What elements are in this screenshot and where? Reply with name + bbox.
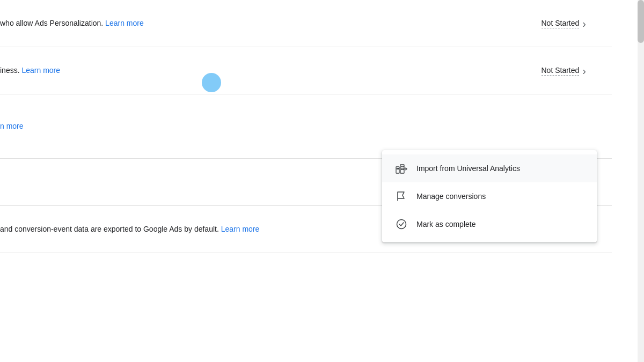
- row-1-status-label: Not Started: [541, 19, 580, 28]
- row-2-text: iness.: [0, 66, 21, 75]
- svg-rect-2: [398, 168, 399, 169]
- menu-item-manage-conversions-label: Manage conversions: [416, 192, 486, 201]
- row-1-status-area[interactable]: Not Started ›: [504, 15, 590, 32]
- svg-rect-5: [402, 166, 404, 167]
- row-1: who allow Ads Personalization. Learn mor…: [0, 0, 612, 47]
- row-2-link[interactable]: Learn more: [21, 66, 60, 75]
- row-5-link[interactable]: Learn more: [221, 225, 260, 233]
- dropdown-menu: Import from Universal Analytics Manage c…: [382, 150, 597, 242]
- svg-rect-6: [401, 168, 402, 170]
- menu-item-import-ua[interactable]: Import from Universal Analytics: [382, 154, 597, 182]
- menu-item-import-ua-label: Import from Universal Analytics: [416, 164, 520, 173]
- row-1-link[interactable]: Learn more: [105, 19, 144, 27]
- row-1-content: who allow Ads Personalization. Learn mor…: [0, 17, 504, 29]
- svg-rect-0: [396, 167, 399, 173]
- scrollbar[interactable]: [638, 0, 644, 362]
- menu-item-mark-complete[interactable]: Mark as complete: [382, 210, 597, 238]
- row-5-text: and conversion-event data are exported t…: [0, 225, 221, 233]
- row-2: iness. Learn more Not Started ›: [0, 47, 612, 94]
- row-1-text: who allow Ads Personalization.: [0, 19, 105, 27]
- row-2-status-area[interactable]: Not Started ›: [504, 62, 590, 79]
- flag-icon: [395, 190, 408, 203]
- svg-point-8: [397, 220, 406, 229]
- svg-rect-1: [397, 168, 398, 169]
- row-3-content: n more: [0, 120, 590, 132]
- scrollbar-thumb[interactable]: [638, 0, 644, 43]
- page-container: who allow Ads Personalization. Learn mor…: [0, 0, 644, 362]
- row-1-chevron-icon: ›: [582, 18, 586, 29]
- row-3-link[interactable]: n more: [0, 122, 24, 130]
- row-2-status-label: Not Started: [541, 66, 580, 76]
- svg-rect-4: [401, 166, 402, 167]
- menu-item-mark-complete-label: Mark as complete: [416, 220, 475, 228]
- row-3: n more: [0, 94, 612, 159]
- check-circle-icon: [395, 218, 408, 231]
- row-2-content: iness. Learn more: [0, 64, 504, 76]
- import-icon: [395, 162, 408, 175]
- svg-rect-7: [402, 168, 404, 170]
- row-2-chevron-icon: ›: [582, 65, 586, 76]
- menu-item-manage-conversions[interactable]: Manage conversions: [382, 182, 597, 210]
